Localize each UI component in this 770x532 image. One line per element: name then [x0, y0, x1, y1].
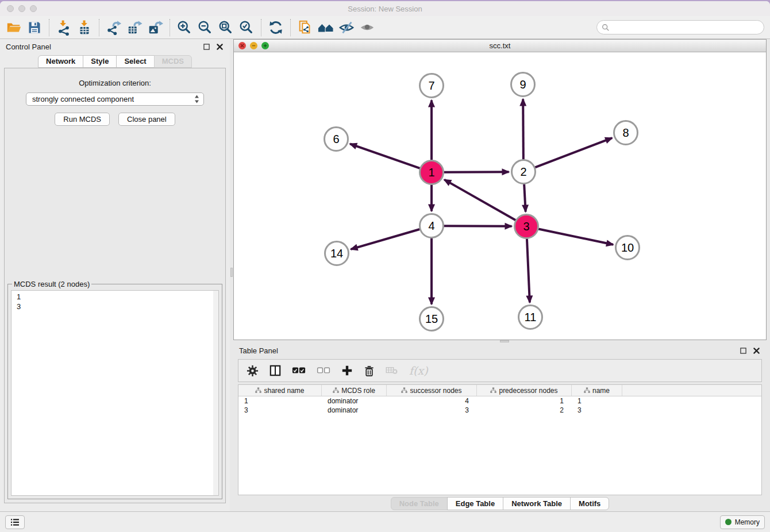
- graph-edge-1-2[interactable]: [444, 172, 509, 172]
- graph-node-15[interactable]: 15: [420, 307, 444, 331]
- show-graphics-button[interactable]: [357, 18, 378, 37]
- table-row[interactable]: 3dominator323: [238, 406, 761, 415]
- import-table-button[interactable]: [74, 18, 95, 37]
- graph-node-3[interactable]: 3: [515, 215, 538, 238]
- close-panel-icon[interactable]: [753, 348, 760, 354]
- table-body: 1dominator4113dominator323: [238, 396, 761, 415]
- main-toolbar: [0, 16, 770, 39]
- graph-node-14[interactable]: 14: [325, 242, 349, 265]
- deselect-all-button[interactable]: [317, 367, 330, 375]
- graph-edge-2-8[interactable]: [535, 138, 612, 167]
- tab-edge-table[interactable]: Edge Table: [447, 497, 503, 510]
- export-table-button[interactable]: [124, 18, 145, 37]
- table-row[interactable]: 1dominator411: [238, 396, 761, 406]
- network-minimize-button[interactable]: [250, 42, 257, 49]
- tab-motifs[interactable]: Motifs: [570, 497, 609, 510]
- network-close-button[interactable]: [238, 42, 246, 49]
- network-window-titlebar[interactable]: scc.txt: [234, 40, 766, 52]
- table-cell[interactable]: 2: [477, 406, 572, 414]
- export-image-button[interactable]: [145, 18, 165, 37]
- table-cell[interactable]: 3: [238, 406, 322, 414]
- add-column-button[interactable]: [341, 365, 353, 376]
- open-session-button[interactable]: [3, 18, 24, 37]
- table-cell[interactable]: 1: [477, 397, 572, 405]
- float-panel-icon[interactable]: [740, 348, 746, 354]
- graph-node-7[interactable]: 7: [420, 74, 444, 98]
- table-cell[interactable]: 1: [572, 397, 622, 405]
- search-icon: [602, 24, 610, 32]
- delete-button[interactable]: [364, 365, 375, 377]
- splitter-grip[interactable]: [500, 340, 509, 342]
- graph-node-2[interactable]: 2: [512, 160, 536, 184]
- tab-network[interactable]: Network: [38, 55, 83, 68]
- graph-edge-3-11[interactable]: [527, 238, 530, 302]
- export-network-button[interactable]: [103, 18, 124, 37]
- graph-node-1[interactable]: 1: [420, 161, 444, 184]
- network-maximize-button[interactable]: [261, 42, 269, 49]
- graph-edge-1-6[interactable]: [350, 144, 420, 168]
- home-icon: [317, 20, 334, 36]
- network-graph[interactable]: 7968124314101511: [234, 52, 766, 340]
- splitter-grip[interactable]: [230, 268, 233, 277]
- column-header-successor-nodes[interactable]: successor nodes: [387, 385, 477, 396]
- mcds-result-text[interactable]: 1 3: [11, 290, 219, 496]
- column-header-MCDS-role[interactable]: MCDS role: [322, 385, 387, 396]
- graph-node-8[interactable]: 8: [614, 121, 638, 145]
- network-canvas[interactable]: 7968124314101511: [234, 52, 766, 340]
- close-window-button[interactable]: [7, 5, 14, 12]
- tab-network-table[interactable]: Network Table: [503, 497, 571, 510]
- search-field[interactable]: [596, 20, 764, 34]
- table-cell[interactable]: 1: [238, 397, 322, 405]
- import-network-button[interactable]: [53, 18, 74, 37]
- memory-button[interactable]: Memory: [720, 515, 765, 529]
- table-cell[interactable]: dominator: [322, 397, 387, 405]
- panel-splitter[interactable]: [230, 39, 233, 511]
- graph-node-10[interactable]: 10: [616, 236, 640, 260]
- close-panel-button[interactable]: Close panel: [118, 113, 175, 126]
- graph-edge-3-1[interactable]: [444, 180, 515, 221]
- graph-edge-2-9[interactable]: [523, 99, 523, 159]
- run-mcds-button[interactable]: Run MCDS: [55, 113, 110, 126]
- search-input[interactable]: [613, 23, 759, 32]
- optimization-criterion-select[interactable]: strongly connected component: [26, 92, 204, 106]
- zoom-selected-button[interactable]: [236, 18, 257, 37]
- graph-node-6[interactable]: 6: [325, 128, 348, 151]
- home-button[interactable]: [315, 18, 336, 37]
- hide-graphics-button[interactable]: [336, 18, 357, 37]
- zoom-fit-button[interactable]: [215, 18, 236, 37]
- table-cell[interactable]: 3: [572, 406, 622, 414]
- tab-style[interactable]: Style: [83, 55, 117, 68]
- close-panel-icon[interactable]: [217, 44, 223, 50]
- column-layout-button[interactable]: [270, 365, 281, 376]
- graph-edge-2-3[interactable]: [524, 184, 526, 211]
- save-session-button[interactable]: [24, 18, 45, 37]
- tab-node-table[interactable]: Node Table: [391, 497, 448, 510]
- column-header-shared-name[interactable]: shared name: [238, 385, 322, 396]
- graph-node-11[interactable]: 11: [519, 306, 542, 329]
- refresh-button[interactable]: [265, 18, 286, 37]
- table-cell[interactable]: 3: [387, 406, 477, 414]
- column-header-name[interactable]: name: [572, 385, 622, 396]
- tab-select[interactable]: Select: [116, 55, 154, 68]
- table-cell[interactable]: 4: [387, 397, 477, 405]
- horizontal-splitter[interactable]: [233, 340, 767, 343]
- minimize-window-button[interactable]: [18, 5, 25, 12]
- table-settings-button[interactable]: [247, 365, 259, 377]
- clone-network-button[interactable]: [295, 18, 315, 37]
- graph-node-9[interactable]: 9: [511, 73, 535, 97]
- zoom-in-button[interactable]: [174, 18, 195, 37]
- graph-edge-4-3[interactable]: [444, 226, 511, 226]
- maximize-window-button[interactable]: [30, 5, 37, 12]
- zoom-out-button[interactable]: [195, 18, 215, 37]
- node-table[interactable]: shared nameMCDS rolesuccessor nodesprede…: [238, 384, 762, 495]
- column-header-predecessor-nodes[interactable]: predecessor nodes: [477, 385, 572, 396]
- task-history-button[interactable]: [5, 515, 25, 529]
- tab-mcds[interactable]: MCDS: [154, 55, 192, 68]
- graph-node-4[interactable]: 4: [420, 214, 444, 238]
- table-cell[interactable]: dominator: [322, 406, 387, 414]
- float-panel-icon[interactable]: [203, 44, 210, 50]
- select-all-button[interactable]: [292, 367, 306, 375]
- graph-edge-3-10[interactable]: [538, 229, 613, 244]
- graph-edge-4-14[interactable]: [351, 229, 419, 249]
- result-scrollbar[interactable]: [213, 291, 218, 495]
